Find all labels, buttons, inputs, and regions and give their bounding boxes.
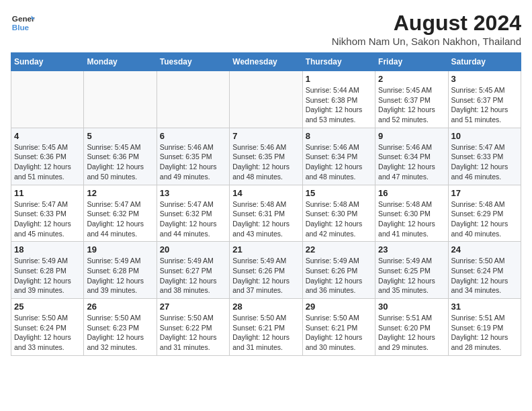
weekday-monday: Monday (84, 53, 157, 71)
calendar-cell: 11Sunrise: 5:47 AM Sunset: 6:33 PM Dayli… (11, 185, 84, 242)
page-header: General Blue August 2024 Nikhom Nam Un, … (11, 11, 521, 47)
calendar-cell: 8Sunrise: 5:46 AM Sunset: 6:34 PM Daylig… (302, 128, 375, 185)
day-number: 10 (451, 131, 518, 141)
day-number: 4 (14, 131, 81, 141)
day-info: Sunrise: 5:47 AM Sunset: 6:32 PM Dayligh… (87, 199, 153, 239)
calendar-cell: 3Sunrise: 5:45 AM Sunset: 6:37 PM Daylig… (448, 71, 521, 128)
day-number: 29 (306, 302, 372, 312)
weekday-tuesday: Tuesday (157, 53, 229, 71)
calendar-week-2: 4Sunrise: 5:45 AM Sunset: 6:36 PM Daylig… (11, 128, 521, 185)
day-info: Sunrise: 5:50 AM Sunset: 6:24 PM Dayligh… (14, 313, 81, 353)
day-number: 17 (451, 188, 518, 198)
day-info: Sunrise: 5:46 AM Sunset: 6:34 PM Dayligh… (306, 142, 372, 182)
day-info: Sunrise: 5:47 AM Sunset: 6:33 PM Dayligh… (14, 199, 81, 239)
calendar-cell: 31Sunrise: 5:51 AM Sunset: 6:19 PM Dayli… (448, 299, 521, 356)
day-number: 20 (160, 244, 226, 255)
day-info: Sunrise: 5:47 AM Sunset: 6:32 PM Dayligh… (160, 199, 226, 239)
calendar-cell: 28Sunrise: 5:50 AM Sunset: 6:21 PM Dayli… (230, 299, 302, 356)
calendar-week-3: 11Sunrise: 5:47 AM Sunset: 6:33 PM Dayli… (11, 185, 521, 242)
calendar-cell: 17Sunrise: 5:48 AM Sunset: 6:29 PM Dayli… (448, 185, 521, 242)
day-number: 6 (160, 131, 226, 141)
day-number: 19 (87, 244, 153, 255)
weekday-wednesday: Wednesday (230, 53, 302, 71)
weekday-friday: Friday (375, 53, 448, 71)
calendar-cell: 22Sunrise: 5:49 AM Sunset: 6:26 PM Dayli… (302, 242, 375, 299)
day-number: 15 (306, 188, 372, 198)
calendar-cell: 16Sunrise: 5:48 AM Sunset: 6:30 PM Dayli… (375, 185, 448, 242)
day-number: 26 (87, 302, 153, 312)
calendar-table: SundayMondayTuesdayWednesdayThursdayFrid… (11, 52, 521, 356)
calendar-cell: 24Sunrise: 5:50 AM Sunset: 6:24 PM Dayli… (448, 242, 521, 299)
day-info: Sunrise: 5:45 AM Sunset: 6:36 PM Dayligh… (87, 142, 153, 182)
calendar-week-1: 1Sunrise: 5:44 AM Sunset: 6:38 PM Daylig… (11, 71, 521, 128)
day-info: Sunrise: 5:50 AM Sunset: 6:21 PM Dayligh… (306, 313, 372, 353)
calendar-cell: 25Sunrise: 5:50 AM Sunset: 6:24 PM Dayli… (11, 299, 84, 356)
day-info: Sunrise: 5:48 AM Sunset: 6:31 PM Dayligh… (232, 199, 299, 239)
calendar-cell: 7Sunrise: 5:46 AM Sunset: 6:35 PM Daylig… (230, 128, 302, 185)
day-number: 28 (232, 302, 299, 312)
day-number: 2 (378, 74, 445, 84)
day-number: 5 (87, 131, 153, 141)
calendar-week-4: 18Sunrise: 5:49 AM Sunset: 6:28 PM Dayli… (11, 242, 521, 299)
day-info: Sunrise: 5:49 AM Sunset: 6:28 PM Dayligh… (87, 256, 153, 295)
calendar-cell: 19Sunrise: 5:49 AM Sunset: 6:28 PM Dayli… (84, 242, 157, 299)
day-number: 22 (306, 244, 372, 255)
calendar-cell: 21Sunrise: 5:49 AM Sunset: 6:26 PM Dayli… (230, 242, 302, 299)
logo-icon: General Blue (11, 11, 35, 35)
svg-text:Blue: Blue (12, 23, 30, 32)
calendar-cell: 15Sunrise: 5:48 AM Sunset: 6:30 PM Dayli… (302, 185, 375, 242)
day-info: Sunrise: 5:49 AM Sunset: 6:27 PM Dayligh… (160, 256, 226, 295)
calendar-cell: 18Sunrise: 5:49 AM Sunset: 6:28 PM Dayli… (11, 242, 84, 299)
calendar-cell: 13Sunrise: 5:47 AM Sunset: 6:32 PM Dayli… (157, 185, 229, 242)
day-info: Sunrise: 5:49 AM Sunset: 6:28 PM Dayligh… (14, 256, 81, 295)
calendar-cell: 12Sunrise: 5:47 AM Sunset: 6:32 PM Dayli… (84, 185, 157, 242)
day-info: Sunrise: 5:46 AM Sunset: 6:35 PM Dayligh… (160, 142, 226, 182)
calendar-cell: 30Sunrise: 5:51 AM Sunset: 6:20 PM Dayli… (375, 299, 448, 356)
day-info: Sunrise: 5:48 AM Sunset: 6:29 PM Dayligh… (451, 199, 518, 239)
day-info: Sunrise: 5:50 AM Sunset: 6:21 PM Dayligh… (232, 313, 299, 353)
day-number: 11 (14, 188, 81, 198)
day-number: 12 (87, 188, 153, 198)
day-number: 30 (378, 302, 445, 312)
day-info: Sunrise: 5:49 AM Sunset: 6:25 PM Dayligh… (378, 256, 445, 295)
calendar-cell: 5Sunrise: 5:45 AM Sunset: 6:36 PM Daylig… (84, 128, 157, 185)
day-info: Sunrise: 5:48 AM Sunset: 6:30 PM Dayligh… (306, 199, 372, 239)
day-number: 31 (451, 302, 518, 312)
day-number: 7 (232, 131, 299, 141)
day-number: 18 (14, 244, 81, 255)
day-info: Sunrise: 5:46 AM Sunset: 6:35 PM Dayligh… (232, 142, 299, 182)
day-number: 9 (378, 131, 445, 141)
day-info: Sunrise: 5:50 AM Sunset: 6:23 PM Dayligh… (87, 313, 153, 353)
day-info: Sunrise: 5:45 AM Sunset: 6:37 PM Dayligh… (451, 85, 518, 125)
day-number: 16 (378, 188, 445, 198)
day-info: Sunrise: 5:48 AM Sunset: 6:30 PM Dayligh… (378, 199, 445, 239)
calendar-cell: 23Sunrise: 5:49 AM Sunset: 6:25 PM Dayli… (375, 242, 448, 299)
weekday-header-row: SundayMondayTuesdayWednesdayThursdayFrid… (11, 53, 521, 71)
day-number: 3 (451, 74, 518, 84)
day-number: 25 (14, 302, 81, 312)
day-info: Sunrise: 5:49 AM Sunset: 6:26 PM Dayligh… (232, 256, 299, 295)
day-number: 8 (306, 131, 372, 141)
day-info: Sunrise: 5:46 AM Sunset: 6:34 PM Dayligh… (378, 142, 445, 182)
title-area: August 2024 Nikhom Nam Un, Sakon Nakhon,… (332, 11, 521, 47)
calendar-cell (157, 71, 229, 128)
calendar-cell: 6Sunrise: 5:46 AM Sunset: 6:35 PM Daylig… (157, 128, 229, 185)
day-info: Sunrise: 5:51 AM Sunset: 6:19 PM Dayligh… (451, 313, 518, 353)
calendar-cell: 26Sunrise: 5:50 AM Sunset: 6:23 PM Dayli… (84, 299, 157, 356)
calendar-week-5: 25Sunrise: 5:50 AM Sunset: 6:24 PM Dayli… (11, 299, 521, 356)
day-info: Sunrise: 5:51 AM Sunset: 6:20 PM Dayligh… (378, 313, 445, 353)
calendar-cell: 10Sunrise: 5:47 AM Sunset: 6:33 PM Dayli… (448, 128, 521, 185)
logo: General Blue (11, 11, 35, 35)
calendar-cell: 20Sunrise: 5:49 AM Sunset: 6:27 PM Dayli… (157, 242, 229, 299)
day-number: 14 (232, 188, 299, 198)
day-number: 13 (160, 188, 226, 198)
calendar-cell: 1Sunrise: 5:44 AM Sunset: 6:38 PM Daylig… (302, 71, 375, 128)
calendar-cell: 9Sunrise: 5:46 AM Sunset: 6:34 PM Daylig… (375, 128, 448, 185)
calendar-cell (230, 71, 302, 128)
day-info: Sunrise: 5:44 AM Sunset: 6:38 PM Dayligh… (306, 85, 372, 125)
calendar-cell: 4Sunrise: 5:45 AM Sunset: 6:36 PM Daylig… (11, 128, 84, 185)
weekday-sunday: Sunday (11, 53, 84, 71)
main-title: August 2024 (332, 11, 521, 36)
day-number: 21 (232, 244, 299, 255)
weekday-thursday: Thursday (302, 53, 375, 71)
